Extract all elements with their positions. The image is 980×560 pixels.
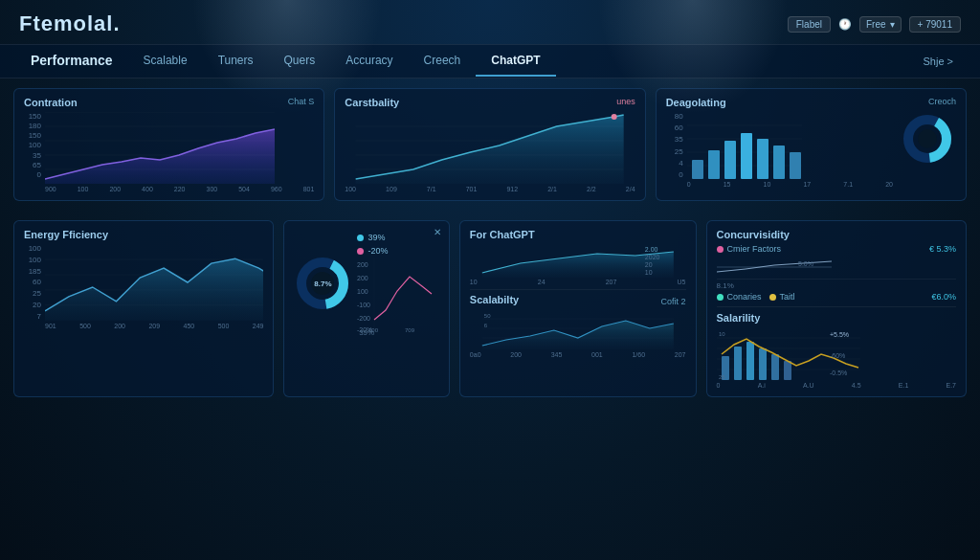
- svg-rect-18: [724, 141, 736, 179]
- contration-y-labels: 150 180 150 100 35 65 0: [24, 112, 41, 179]
- tab-creech[interactable]: Creech: [409, 46, 477, 77]
- svg-text:20: 20: [645, 261, 653, 268]
- header: Ftemolal. Flabel 🕐 Free ▾ + 79011: [0, 0, 980, 44]
- svg-text:200: 200: [357, 261, 368, 268]
- concurvisidity-section: Concurvisidity Cmier Factors € 5.3% 5.0%: [717, 229, 956, 307]
- svg-text:2.00: 2.00: [645, 246, 658, 253]
- scalability-section: Scalabilty Cofit 2 50 6 0a0: [470, 289, 686, 358]
- svg-text:-60%: -60%: [830, 352, 845, 359]
- nav-more[interactable]: Shje >: [912, 48, 966, 75]
- svg-text:6: 6: [484, 323, 488, 328]
- tab-chatgpt[interactable]: ChatGPT: [476, 46, 555, 77]
- card-donut-combo: ✕ 8.7% 39%: [283, 220, 449, 397]
- card-carstbality-title: Carstbality: [345, 97, 635, 108]
- svg-rect-17: [708, 150, 720, 179]
- contration-chart-area: 150 180 150 100 35 65 0: [24, 112, 314, 184]
- svg-text:5.0%: 5.0%: [798, 260, 813, 267]
- chatgpt-top-chart: 2.00 2020 20 10: [470, 244, 686, 278]
- energy-x-labels: 901 500 200 209 450 500 249: [24, 323, 263, 329]
- concurvisidity-legend: Cmier Factors € 5.3% 5.0% 8.1%: [717, 244, 956, 302]
- deagolating-content: 80 60 35 25 4 0: [666, 112, 956, 188]
- svg-rect-61: [734, 347, 742, 380]
- svg-rect-64: [771, 354, 779, 380]
- plan-select[interactable]: Free ▾: [859, 16, 902, 33]
- svg-text:10: 10: [645, 269, 653, 276]
- donut-center-value: 8.7%: [314, 280, 331, 288]
- svg-text:-200: -200: [357, 315, 370, 322]
- salary-chart-area: +5.5% -60% -0.5% 10 25: [717, 327, 956, 380]
- card-contration-title: Contration: [24, 97, 314, 108]
- chevron-down-icon: ▾: [890, 19, 895, 30]
- scalability-chart: 50 6: [470, 309, 686, 349]
- header-badge[interactable]: Flabel: [788, 16, 831, 33]
- legend-dot-2: [717, 294, 724, 301]
- clock-icon: 🕐: [838, 18, 852, 31]
- svg-point-7: [612, 114, 617, 120]
- chatgpt-x-labels-top: 10 24 207 U5: [470, 279, 686, 285]
- card-chatgpt-scalability: For ChatGPT 2.00 2020 20 10 10 24 207 U5: [459, 220, 697, 397]
- salarility-title: Salarility: [717, 312, 956, 324]
- card-deagolating-title: Deagolating: [666, 97, 956, 108]
- donut-label-2: -20%: [357, 246, 438, 256]
- combo-line-chart: 39% -20% 200 200 100 -100 -200 -20%: [357, 233, 438, 334]
- header-controls: Flabel 🕐 Free ▾ + 79011: [788, 16, 961, 33]
- donut-labels: 39% -20%: [357, 233, 438, 256]
- tab-accuracy[interactable]: Accuracy: [330, 46, 408, 77]
- nav-tabs: Performance Scalable Tuners Quers Accura…: [0, 44, 980, 78]
- card-carstbality: Carstbality unes 100 109: [334, 88, 645, 201]
- svg-rect-22: [790, 152, 801, 179]
- for-chatgpt-title: For ChatGPT: [470, 229, 535, 240]
- svg-rect-62: [746, 342, 754, 380]
- svg-text:10: 10: [719, 331, 725, 337]
- tab-queries[interactable]: Quers: [269, 46, 331, 77]
- concur-mini-chart: 5.0%: [717, 258, 832, 277]
- card-deagolating-label: Creoch: [928, 97, 956, 106]
- bottom-charts: Energy Fficiency 100 100 185 60 25 20 7: [0, 220, 980, 407]
- legend-dot-3: [769, 294, 776, 301]
- combo-donut: 8.7%: [294, 255, 351, 312]
- deagolating-bars: 80 60 35 25 4 0: [666, 112, 893, 188]
- card-deagolating: Deagolating Creoch 80 60 35 25 4 0: [656, 88, 967, 201]
- scalability-x-labels: 0a0 200 345 001 1/60 207: [470, 351, 686, 358]
- top-charts: Contration Chat S 150 180 150 100 35 65 …: [0, 78, 980, 220]
- card-concur-salary: Concurvisidity Cmier Factors € 5.3% 5.0%: [706, 220, 967, 397]
- deagolating-bar-chart: [687, 112, 802, 179]
- tab-scalable[interactable]: Scalable: [128, 46, 203, 77]
- svg-rect-16: [692, 160, 703, 179]
- close-icon[interactable]: ✕: [434, 227, 441, 237]
- svg-text:200: 200: [357, 275, 368, 281]
- svg-marker-51: [482, 321, 674, 349]
- svg-rect-65: [784, 361, 791, 380]
- contration-x-labels: 900 100 200 400 220 300 504 960 801: [24, 186, 314, 192]
- energy-chart-area: 100 100 185 60 25 20 7: [24, 244, 263, 321]
- deagolating-y-labels: 80 60 35 25 4 0: [666, 112, 683, 179]
- contration-chart: [45, 112, 275, 184]
- energy-y-labels: 100 100 185 60 25 20 7: [24, 244, 41, 321]
- svg-point-25: [918, 129, 937, 148]
- carstbality-x-labels: 100 109 7/1 701 912 2/1 2/2 2/4: [345, 186, 635, 192]
- card-contration: Contration Chat S 150 180 150 100 35 65 …: [13, 88, 324, 201]
- donut-combo-content: 8.7% 39% -20% 200 200: [294, 229, 438, 334]
- deagolating-donut: [899, 112, 956, 166]
- dot-cyan: [357, 235, 364, 241]
- svg-rect-20: [757, 139, 768, 179]
- tab-performance[interactable]: Performance: [15, 45, 128, 78]
- tab-tuners[interactable]: Tuners: [203, 46, 269, 77]
- version-badge[interactable]: + 79011: [909, 16, 961, 33]
- legend-dot-1: [717, 246, 724, 253]
- svg-text:-100: -100: [357, 302, 370, 308]
- carstbality-chart: [345, 112, 635, 184]
- scalabilty-title: Scalabilty: [470, 294, 519, 305]
- chatgpt-card-header: For ChatGPT: [470, 229, 686, 244]
- svg-text:709: 709: [405, 327, 415, 333]
- concurvisidity-content: Cmier Factors € 5.3% 5.0% 8.1%: [717, 244, 956, 302]
- card-energy: Energy Fficiency 100 100 185 60 25 20 7: [13, 220, 274, 397]
- svg-text:25: 25: [719, 374, 725, 380]
- combo-line-svg: 200 200 100 -100 -200 -20% 100 709: [357, 258, 434, 334]
- energy-chart: [45, 244, 263, 321]
- card-carstbality-label: unes: [616, 97, 635, 106]
- salary-chart: +5.5% -60% -0.5% 10 25: [717, 327, 860, 380]
- svg-marker-6: [356, 115, 624, 184]
- svg-text:+5.5%: +5.5%: [830, 331, 849, 338]
- deagolating-x-labels: 0 15 10 17 7.1 20: [666, 181, 893, 188]
